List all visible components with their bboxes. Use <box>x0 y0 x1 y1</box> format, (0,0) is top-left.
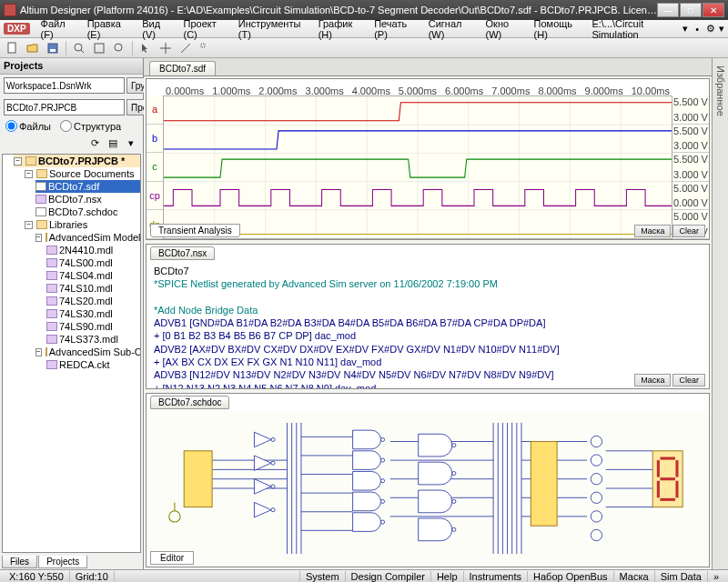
project-tree[interactable]: − BCDto7.PRJPCB * − Source Documents BCD… <box>2 154 141 553</box>
menu-signal[interactable]: Сигнал (W) <box>423 16 480 42</box>
editor-tab[interactable]: Editor <box>150 551 194 565</box>
menu-project[interactable]: Проект (C) <box>178 16 233 42</box>
mask-button[interactable]: Маска <box>634 374 671 386</box>
app-icon <box>4 4 16 16</box>
open-icon[interactable] <box>24 40 42 56</box>
zoom-in-icon[interactable] <box>70 40 88 56</box>
document-tab[interactable]: BCDto7.sdf <box>149 61 216 75</box>
tree-mdl[interactable]: 74LS373.mdl <box>46 333 140 346</box>
tree-mdl[interactable]: 74LS04.mdl <box>46 269 140 282</box>
status-system[interactable]: System <box>299 571 345 582</box>
menu-help[interactable]: Помощь (H) <box>529 16 589 42</box>
menu-dropdown-icon[interactable]: ▾ <box>719 23 724 35</box>
zoom-out-icon[interactable] <box>110 40 128 56</box>
clear-button[interactable]: Clear <box>672 225 705 237</box>
menu-file[interactable]: Файл (F) <box>35 16 82 42</box>
svg-rect-2 <box>50 49 56 52</box>
projects-tab[interactable]: Projects <box>38 556 87 568</box>
tree-libraries: − Libraries <box>25 218 140 231</box>
status-openbus[interactable]: Набор OpenBus <box>527 571 613 582</box>
signal-label[interactable]: b <box>147 125 163 154</box>
settings-icon[interactable]: ⚙ <box>706 23 715 35</box>
menu-window[interactable]: Окно (W) <box>480 16 529 42</box>
status-design-compiler[interactable]: Design Compiler <box>345 571 430 582</box>
svg-point-65 <box>381 458 385 462</box>
svg-point-78 <box>591 511 602 522</box>
workspace-select[interactable] <box>4 77 125 94</box>
tree-mdl[interactable]: 74LS20.mdl <box>46 295 140 307</box>
save-icon[interactable] <box>44 40 62 56</box>
netlist-text[interactable]: BCDto7 *SPICE Netlist generated by Advan… <box>147 261 709 388</box>
menu-view[interactable]: Вид (V) <box>136 16 177 42</box>
netlist-panel: BCDto7.nsx BCDto7 *SPICE Netlist generat… <box>146 244 710 389</box>
menu-bar: DXP Файл (F) Правка (E) Вид (V) Проект (… <box>0 20 728 38</box>
status-more-icon[interactable]: » <box>707 571 724 582</box>
rside-favorites[interactable]: Избранное <box>715 65 726 562</box>
projects-title: Projects <box>0 58 143 75</box>
svg-rect-59 <box>184 451 212 507</box>
svg-point-64 <box>381 437 385 441</box>
signal-label[interactable]: c <box>147 153 163 182</box>
svg-point-74 <box>591 436 602 447</box>
svg-rect-5 <box>95 44 104 53</box>
transient-analysis-tab[interactable]: Transient Analysis <box>150 224 240 237</box>
menu-edit[interactable]: Правка (E) <box>82 16 137 42</box>
filter-icon[interactable]: ▤ <box>105 135 121 150</box>
svg-point-63 <box>271 508 275 512</box>
svg-point-62 <box>271 485 275 488</box>
waveform-plot[interactable]: 0.000ms1.000ms2.000ms3.000ms4.000ms5.000… <box>163 95 672 239</box>
files-radio[interactable]: Файлы <box>5 120 51 132</box>
right-side-tabs: Избранное Буфер Библиотеки екстил <box>712 58 728 569</box>
dropdown-icon[interactable]: ▾ <box>682 23 688 35</box>
mask-button[interactable]: Маска <box>634 225 671 237</box>
project-field[interactable] <box>4 99 125 115</box>
svg-point-71 <box>452 499 456 503</box>
tree-mdl[interactable]: 2N4410.mdl <box>46 244 140 256</box>
svg-point-76 <box>591 474 602 485</box>
tree-mdl[interactable]: 74LS30.mdl <box>46 307 140 320</box>
zoom-fit-icon[interactable] <box>90 40 108 56</box>
svg-point-79 <box>591 529 602 540</box>
signal-label[interactable]: a <box>147 95 163 125</box>
tree-mdl[interactable]: 74LS00.mdl <box>46 256 140 269</box>
status-bar: X:160 Y:550 Grid:10 System Design Compil… <box>0 569 728 582</box>
tree-lib-models: − AdvancedSim Models <box>35 231 140 244</box>
structure-radio[interactable]: Структура <box>60 120 121 132</box>
status-simdata[interactable]: Sim Data <box>654 571 707 582</box>
svg-point-72 <box>452 527 456 531</box>
tree-mdl[interactable]: 74LS10.mdl <box>46 282 140 295</box>
crosshair-icon[interactable] <box>157 40 175 56</box>
refresh-icon[interactable]: ⟳ <box>86 135 103 150</box>
tree-item-nsx[interactable]: BCDto7.nsx <box>35 193 140 206</box>
files-tab[interactable]: Files <box>2 556 37 568</box>
tree-project-root: − BCDto7.PRJPCB * <box>14 155 140 167</box>
projects-panel: Projects Группа Проект Файлы Структура ⟳… <box>0 58 144 569</box>
select-icon[interactable] <box>197 40 215 56</box>
tree-item-sdf[interactable]: BCDto7.sdf <box>35 180 140 193</box>
svg-point-69 <box>452 444 456 447</box>
svg-point-88 <box>169 511 180 522</box>
breadcrumb-path[interactable]: E:\...\Circuit Simulation <box>588 16 679 42</box>
clear-button[interactable]: Clear <box>672 374 705 386</box>
dxp-button[interactable]: DXP <box>4 23 30 35</box>
netlist-tab[interactable]: BCDto7.nsx <box>150 246 215 260</box>
schematic-canvas[interactable] <box>147 410 709 567</box>
svg-line-4 <box>81 50 84 53</box>
status-grid: Grid:10 <box>70 571 115 582</box>
cursor-icon[interactable] <box>136 40 155 56</box>
status-help[interactable]: Help <box>430 571 463 582</box>
measure-icon[interactable] <box>177 40 195 56</box>
status-instruments[interactable]: Instruments <box>463 571 527 582</box>
tree-ckt[interactable]: REDCA.ckt <box>46 358 140 371</box>
new-doc-icon[interactable] <box>4 40 22 56</box>
tree-mdl[interactable]: 74LS90.mdl <box>46 320 140 333</box>
tree-options-icon[interactable]: ▾ <box>123 135 139 150</box>
schematic-tab[interactable]: BCDto7.schdoc <box>150 396 229 409</box>
menu-graph[interactable]: График (H) <box>313 16 369 42</box>
menu-tools[interactable]: Инструменты (T) <box>233 16 313 42</box>
tree-item-schdoc[interactable]: BCDto7.schdoc <box>35 206 140 218</box>
status-mask[interactable]: Маска <box>613 571 654 582</box>
menu-print[interactable]: Печать (P) <box>369 16 423 42</box>
signal-label[interactable]: cp <box>147 182 163 211</box>
svg-rect-10 <box>201 44 205 47</box>
